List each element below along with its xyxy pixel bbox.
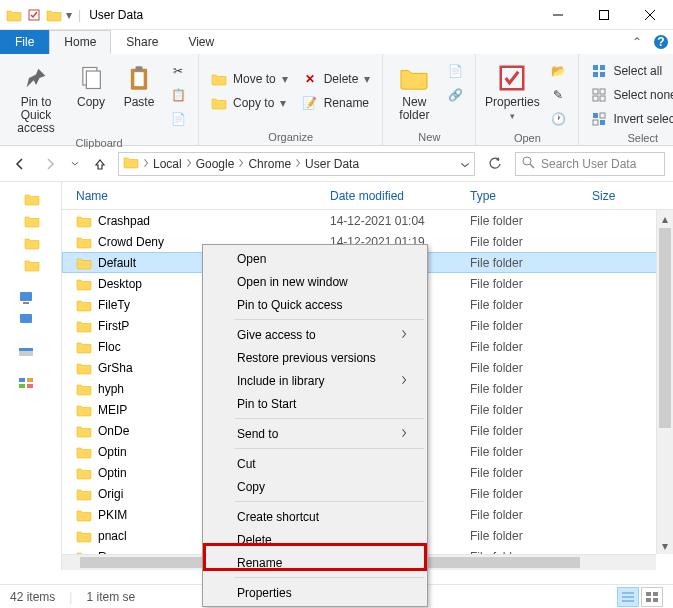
svg-rect-2: [600, 10, 609, 19]
paste-icon: [123, 62, 155, 94]
ctx-rename[interactable]: Rename: [205, 551, 425, 574]
title-bar: ▾ | User Data: [0, 0, 673, 30]
pin-to-quick-access-button[interactable]: Pin to Quick access: [8, 58, 64, 135]
qat-properties-icon[interactable]: [26, 7, 42, 23]
group-organize-label: Organize: [207, 129, 374, 143]
thumbnails-view-button[interactable]: [641, 587, 663, 607]
ctx-send-to[interactable]: Send to: [205, 422, 425, 445]
tree-item[interactable]: [0, 188, 61, 210]
minimize-button[interactable]: [535, 0, 581, 30]
column-name[interactable]: Name: [76, 189, 330, 203]
tab-share[interactable]: Share: [111, 30, 173, 54]
new-folder-button[interactable]: New folder: [391, 58, 437, 122]
svg-rect-39: [646, 592, 651, 596]
tree-item[interactable]: [0, 372, 61, 394]
copy-button[interactable]: Copy: [70, 58, 112, 109]
collapse-ribbon-icon[interactable]: ⌃: [625, 30, 649, 54]
ctx-properties[interactable]: Properties: [205, 581, 425, 604]
tab-home[interactable]: Home: [49, 30, 111, 54]
submenu-arrow-icon: [401, 374, 407, 388]
column-date[interactable]: Date modified: [330, 189, 470, 203]
ctx-include-library[interactable]: Include in library: [205, 369, 425, 392]
breadcrumb[interactable]: Google: [196, 157, 245, 171]
tree-item[interactable]: [0, 286, 61, 308]
refresh-button[interactable]: [481, 152, 509, 176]
select-all-button[interactable]: Select all: [587, 60, 673, 82]
svg-rect-13: [593, 65, 598, 70]
edit-small-button[interactable]: ✎: [546, 84, 570, 106]
back-button[interactable]: [8, 152, 32, 176]
tree-item[interactable]: [0, 340, 61, 362]
cut-small-button[interactable]: ✂: [166, 60, 190, 82]
delete-button[interactable]: ✕Delete ▾: [298, 68, 375, 90]
history-button[interactable]: 🕐: [546, 108, 570, 130]
copy-path-button[interactable]: 📋: [166, 84, 190, 106]
details-view-button[interactable]: [617, 587, 639, 607]
breadcrumb[interactable]: User Data: [305, 157, 359, 171]
file-date: 14-12-2021 01:04: [330, 214, 470, 228]
rename-button[interactable]: 📝Rename: [298, 92, 375, 114]
move-to-button[interactable]: Move to ▾: [207, 68, 292, 90]
scroll-down-icon[interactable]: ▾: [657, 537, 673, 554]
copy-to-icon: [211, 95, 227, 111]
ctx-create-shortcut[interactable]: Create shortcut: [205, 505, 425, 528]
address-bar[interactable]: Local Google Chrome User Data: [118, 152, 475, 176]
tree-item[interactable]: [0, 308, 61, 330]
maximize-button[interactable]: [581, 0, 627, 30]
forward-button[interactable]: [38, 152, 62, 176]
navigation-pane[interactable]: [0, 182, 62, 570]
properties-button[interactable]: Properties ▾: [484, 58, 540, 121]
ctx-copy[interactable]: Copy: [205, 475, 425, 498]
qat-folder-icon[interactable]: [6, 7, 22, 23]
paste-button[interactable]: Paste: [118, 58, 160, 109]
tree-item[interactable]: [0, 232, 61, 254]
scroll-up-icon[interactable]: ▴: [657, 210, 673, 227]
up-button[interactable]: [88, 152, 112, 176]
folder-icon: [76, 403, 92, 417]
paste-shortcut-button[interactable]: 📄: [166, 108, 190, 130]
copy-to-button[interactable]: Copy to ▾: [207, 92, 292, 114]
table-row[interactable]: Crashpad14-12-2021 01:04File folder: [62, 210, 673, 231]
select-none-button[interactable]: Select none: [587, 84, 673, 106]
file-type: File folder: [470, 382, 592, 396]
address-dropdown-icon[interactable]: [460, 157, 470, 171]
breadcrumb[interactable]: Local: [153, 157, 192, 171]
recent-locations-button[interactable]: [68, 152, 82, 176]
breadcrumb[interactable]: Chrome: [248, 157, 301, 171]
easy-access-button[interactable]: 🔗: [443, 84, 467, 106]
search-input[interactable]: Search User Data: [515, 152, 665, 176]
close-button[interactable]: [627, 0, 673, 30]
invert-selection-button[interactable]: Invert selection: [587, 108, 673, 130]
file-type: File folder: [470, 298, 592, 312]
search-icon: [522, 156, 535, 172]
ctx-give-access-to[interactable]: Give access to: [205, 323, 425, 346]
ctx-open[interactable]: Open: [205, 247, 425, 270]
scrollbar-thumb[interactable]: [659, 228, 671, 428]
open-small-button[interactable]: 📂: [546, 60, 570, 82]
move-to-icon: [211, 71, 227, 87]
ctx-open-new-window[interactable]: Open in new window: [205, 270, 425, 293]
ctx-pin-start[interactable]: Pin to Start: [205, 392, 425, 415]
tree-item[interactable]: [0, 210, 61, 232]
file-type: File folder: [470, 487, 592, 501]
tab-file[interactable]: File: [0, 30, 49, 54]
paste-shortcut-icon: 📄: [170, 111, 186, 127]
column-size[interactable]: Size: [592, 189, 652, 203]
help-icon[interactable]: ?: [649, 30, 673, 54]
tree-item[interactable]: [0, 254, 61, 276]
ctx-pin-quick-access[interactable]: Pin to Quick access: [205, 293, 425, 316]
column-type[interactable]: Type: [470, 189, 592, 203]
qat-overflow-icon[interactable]: ▾: [66, 8, 72, 22]
file-list-pane: Name Date modified Type Size Crashpad14-…: [62, 182, 673, 570]
vertical-scrollbar[interactable]: ▴ ▾: [656, 210, 673, 554]
folder-icon: [76, 298, 92, 312]
ctx-cut[interactable]: Cut: [205, 452, 425, 475]
address-folder-icon: [123, 155, 139, 172]
tab-view[interactable]: View: [173, 30, 229, 54]
new-item-button[interactable]: 📄: [443, 60, 467, 82]
qat-new-folder-icon[interactable]: [46, 7, 62, 23]
folder-icon: [76, 529, 92, 543]
ctx-delete[interactable]: Delete: [205, 528, 425, 551]
svg-rect-41: [646, 598, 651, 602]
ctx-restore-versions[interactable]: Restore previous versions: [205, 346, 425, 369]
